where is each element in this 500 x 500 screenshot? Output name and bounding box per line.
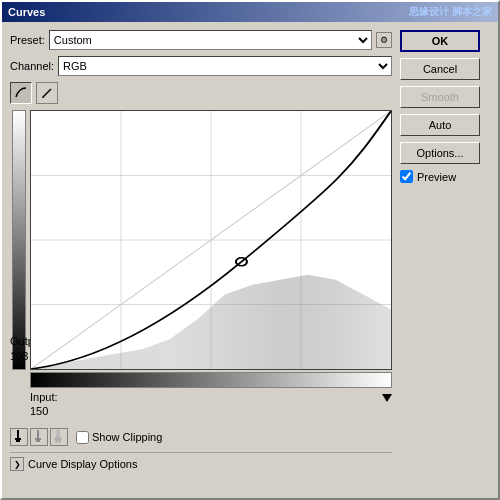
curve-tool-button[interactable]: [10, 82, 32, 104]
show-clipping-row: Show Clipping: [76, 431, 162, 444]
preset-select[interactable]: Custom: [49, 30, 372, 50]
preview-checkbox[interactable]: [400, 170, 413, 183]
gray-point-eyedropper[interactable]: [30, 428, 48, 446]
svg-rect-11: [15, 438, 21, 440]
channel-row: Channel: RGB Red Green Blue: [10, 56, 392, 76]
bottom-triangle-icon: [382, 394, 392, 404]
output-value: 103: [10, 350, 28, 362]
tools-row: [10, 82, 392, 104]
curves-graph[interactable]: [31, 111, 391, 369]
svg-rect-18: [56, 440, 60, 442]
graph-container[interactable]: [30, 110, 392, 370]
black-point-eyedropper[interactable]: [10, 428, 28, 446]
title-bar: Curves 思缘设计 脚本之家: [2, 2, 498, 22]
preview-label: Preview: [417, 171, 456, 183]
channel-label: Channel:: [10, 60, 54, 72]
svg-rect-12: [16, 440, 20, 442]
right-panel: OK Cancel Smooth Auto Options... Preview: [400, 30, 490, 490]
preset-label: Preset:: [10, 34, 45, 46]
show-clipping-label: Show Clipping: [92, 431, 162, 443]
output-gradient: [12, 110, 26, 370]
options-button[interactable]: Options...: [400, 142, 480, 164]
svg-rect-13: [37, 430, 39, 438]
show-clipping-checkbox[interactable]: [76, 431, 89, 444]
input-gradient: [30, 372, 392, 388]
svg-rect-16: [57, 430, 59, 438]
expand-icon[interactable]: ❯: [10, 457, 24, 471]
eyedropper-tools: [10, 428, 68, 446]
graph-wrapper: Output: 103: [30, 110, 392, 418]
smooth-button[interactable]: Smooth: [400, 86, 480, 108]
pencil-tool-button[interactable]: [36, 82, 58, 104]
curves-dialog: Curves 思缘设计 脚本之家 Preset: Custom ⚙ Channe…: [0, 0, 500, 500]
ok-button[interactable]: OK: [400, 30, 480, 52]
auto-button[interactable]: Auto: [400, 114, 480, 136]
channel-select[interactable]: RGB Red Green Blue: [58, 56, 392, 76]
svg-rect-14: [35, 438, 41, 440]
bottom-controls: Show Clipping: [10, 428, 392, 446]
cancel-button[interactable]: Cancel: [400, 58, 480, 80]
svg-rect-15: [36, 440, 40, 442]
preset-settings-icon[interactable]: ⚙: [376, 32, 392, 48]
svg-line-0: [43, 89, 51, 97]
preview-row: Preview: [400, 170, 490, 183]
preset-row: Preset: Custom ⚙: [10, 30, 392, 50]
input-info: Input: 150: [30, 390, 58, 418]
svg-rect-17: [55, 438, 61, 440]
input-value: 150: [30, 405, 48, 417]
input-label: Input:: [30, 391, 58, 403]
white-point-eyedropper[interactable]: [50, 428, 68, 446]
svg-rect-10: [17, 430, 19, 438]
left-panel: Preset: Custom ⚙ Channel: RGB Red Green …: [10, 30, 392, 490]
curve-display-label: Curve Display Options: [28, 458, 137, 470]
curve-display-options-row[interactable]: ❯ Curve Display Options: [10, 452, 392, 471]
watermark: 思缘设计 脚本之家: [409, 5, 492, 19]
title-text: Curves: [8, 6, 45, 18]
